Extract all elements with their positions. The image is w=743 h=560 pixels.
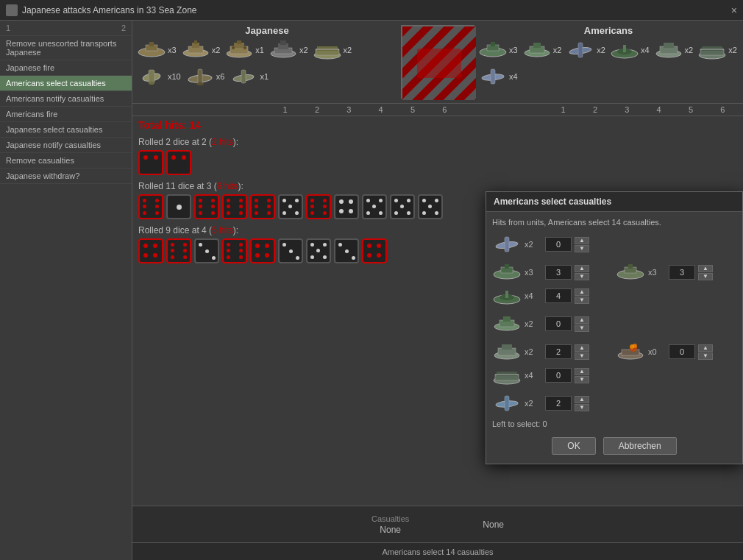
svg-rect-35 — [491, 42, 495, 46]
unit-american-carrier: x2 — [697, 39, 737, 61]
burning-stepper[interactable]: ▲ ▼ — [698, 344, 713, 360]
step-americans-notify[interactable]: Americans notify casualties — [0, 91, 132, 107]
step-americans-select-casualties[interactable]: Americans select casualties — [0, 76, 132, 91]
destroyer-r-up-btn[interactable]: ▲ — [698, 265, 713, 272]
die-2-1 — [138, 194, 163, 219]
hits-label: Total hits: — [138, 119, 190, 131]
unit-american-battleship: x2 — [654, 39, 694, 61]
cancel-button[interactable]: Abbrechen — [603, 437, 677, 455]
close-button[interactable]: × — [731, 4, 737, 16]
die-3-8 — [334, 238, 359, 263]
fighter2-stepper[interactable]: ▲ ▼ — [575, 396, 589, 411]
acol-3: 3 — [612, 105, 641, 114]
step-japanese-withdraw[interactable]: Japanese withdraw? — [0, 169, 132, 184]
burning-up-btn[interactable]: ▲ — [698, 344, 713, 352]
burning-down-btn[interactable]: ▼ — [698, 352, 713, 360]
svg-point-74 — [630, 344, 634, 349]
cruiser-down-btn[interactable]: ▼ — [575, 325, 589, 332]
fighter2-down-btn[interactable]: ▼ — [575, 404, 589, 411]
japanese-label: Japanese — [137, 25, 397, 36]
step-americans-fire[interactable]: Americans fire — [0, 107, 132, 122]
submarine-value-input[interactable] — [545, 288, 572, 303]
casualty-row-battleship: x2 ▲ ▼ — [492, 340, 613, 364]
destroyer-r-value-input[interactable] — [669, 265, 695, 280]
battleship-value-input[interactable] — [545, 344, 572, 359]
american-carrier-count: x2 — [728, 46, 737, 54]
japanese-destroyer-count: x3 — [168, 46, 177, 54]
svg-rect-71 — [622, 350, 639, 355]
destroyer-count-label: x3 — [525, 268, 542, 277]
svg-rect-43 — [623, 45, 626, 52]
step-japanese-fire[interactable]: Japanese fire — [0, 60, 132, 76]
destroyer-r-down-btn[interactable]: ▼ — [698, 273, 713, 280]
svg-rect-32 — [417, 49, 461, 78]
carrier-value-input[interactable] — [545, 368, 572, 383]
cruiser-value-input[interactable] — [545, 316, 572, 331]
battleship-stepper[interactable]: ▲ ▼ — [575, 344, 589, 360]
fighter2-value-input[interactable] — [545, 396, 572, 411]
carrier-stepper[interactable]: ▲ ▼ — [575, 368, 589, 383]
acol-6: 6 — [708, 105, 737, 114]
die-3-7 — [306, 238, 331, 263]
japanese-col-nums: 1 2 3 4 5 6 — [266, 104, 463, 116]
burning-value-input[interactable] — [669, 344, 695, 359]
hits-value: 14 — [190, 119, 202, 131]
svg-rect-63 — [505, 291, 508, 298]
burning-count-label: x0 — [648, 347, 666, 356]
unit-american-fighter2: x4 — [478, 65, 518, 88]
fighter-stepper[interactable]: ▲ ▼ — [575, 237, 589, 252]
step-remove-casualties[interactable]: Remove casualties — [0, 153, 132, 169]
jcol-1: 1 — [271, 105, 300, 114]
unit-american-submarine: x4 — [610, 39, 650, 61]
american-units-grid: x3 x2 — [478, 39, 739, 88]
destroyer-value-input[interactable] — [545, 265, 572, 280]
battleship-up-btn[interactable]: ▲ — [575, 344, 589, 352]
fighter-down-btn[interactable]: ▼ — [575, 245, 589, 252]
die-2-4 — [222, 194, 247, 219]
bottom-bar: Casualties None None — [132, 506, 743, 542]
cruiser-stepper[interactable]: ▲ ▼ — [575, 316, 589, 332]
step-remove-transports[interactable]: Remove unescorted transports Japanese — [0, 36, 132, 60]
destroyer-up-btn[interactable]: ▲ — [575, 265, 589, 272]
title-bar: Japanese attacks Americans in 33 Sea Zon… — [0, 0, 743, 21]
fighter-value-input[interactable] — [545, 237, 572, 252]
submarine-down-btn[interactable]: ▼ — [575, 297, 589, 304]
american-label: Americans — [478, 25, 739, 36]
casualties-label: Casualties — [372, 514, 409, 523]
die-2-5 — [250, 194, 275, 219]
japanese-transport-count: x2 — [299, 46, 308, 54]
japanese-cruiser-count: x2 — [212, 46, 221, 54]
status-text: Americans select 14 casualties — [382, 547, 493, 556]
casualties-dialog: Americans select casualties Hits from un… — [486, 191, 743, 464]
fighter2-up-btn[interactable]: ▲ — [575, 396, 589, 403]
battleship-count-label: x2 — [525, 347, 542, 356]
destroyer-r-stepper[interactable]: ▲ ▼ — [698, 265, 713, 280]
submarine-stepper[interactable]: ▲ ▼ — [575, 288, 589, 304]
carrier-down-btn[interactable]: ▼ — [575, 376, 589, 383]
casualties-left-value: None — [372, 525, 409, 535]
casualty-row-destroyer-right: x3 ▲ ▼ — [616, 260, 736, 284]
step-japanese-select[interactable]: Japanese select casualties — [0, 122, 132, 138]
svg-rect-19 — [317, 46, 338, 51]
destroyer-down-btn[interactable]: ▼ — [575, 273, 589, 280]
dice-roll-label-1: Rolled 2 dice at 2 (2 hits): — [138, 137, 737, 147]
ok-button[interactable]: OK — [552, 437, 595, 455]
acol-2: 2 — [580, 105, 610, 114]
fighter-up-btn[interactable]: ▲ — [575, 237, 589, 244]
submarine-up-btn[interactable]: ▲ — [575, 288, 589, 296]
american-fighter-count: x2 — [597, 46, 605, 54]
cruiser-up-btn[interactable]: ▲ — [575, 316, 589, 324]
die-2-8 — [334, 194, 359, 219]
steps-list: Remove unescorted transports Japanese Ja… — [0, 36, 132, 184]
step-japanese-notify[interactable]: Japanese notify casualties — [0, 138, 132, 153]
die-3-9 — [362, 238, 387, 263]
battleship-down-btn[interactable]: ▼ — [575, 352, 589, 360]
destroyer-stepper[interactable]: ▲ ▼ — [575, 265, 589, 280]
american-battleship-count: x2 — [685, 46, 694, 54]
left-panel: 1 2 Remove unescorted transports Japanes… — [0, 21, 132, 560]
bottom-section-right: None — [483, 520, 504, 530]
svg-rect-77 — [497, 372, 517, 376]
fighter-count-label: x2 — [525, 240, 542, 249]
jcol-5: 5 — [398, 105, 427, 114]
carrier-up-btn[interactable]: ▲ — [575, 368, 589, 375]
